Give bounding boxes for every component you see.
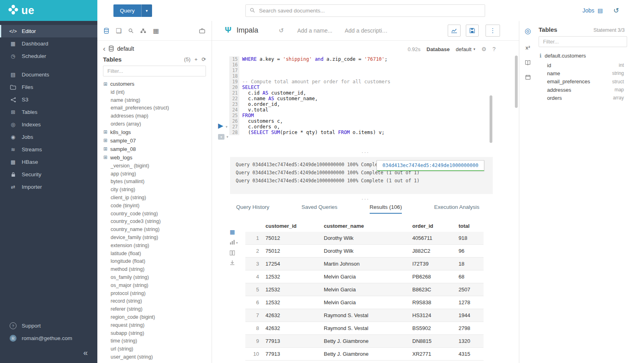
download-results-icon[interactable] [230,260,235,266]
new-query-label[interactable]: Query [113,4,141,17]
sidebar-item-user[interactable]: R romain@gethue.com [0,332,97,344]
add-table-icon[interactable]: + [195,56,198,62]
query-history-icon[interactable]: ↺ [279,27,284,34]
assist-column[interactable]: region_code (bigint) [97,313,212,321]
save-button[interactable] [466,25,479,37]
resize-handle-bottom[interactable] [212,197,519,201]
result-row[interactable]: 412532Melvin GarciaPB626868 [245,270,484,283]
assist-column[interactable]: request (string) [97,321,212,329]
refresh-tables-icon[interactable]: ⟳ [202,56,206,62]
briefcase-icon[interactable] [199,28,205,33]
column-header-customer-id[interactable]: customer_id [265,223,324,229]
assist-column[interactable]: email_preferences (struct) [97,104,212,112]
assist-column[interactable]: os_family (string) [97,273,212,281]
assist-column[interactable]: subapp (string) [97,329,212,337]
assist-column[interactable]: bytes (smallint) [97,178,212,186]
result-row[interactable]: 977913Betty J. GiambroneDN88151320 [245,335,484,348]
help-question-icon[interactable]: ? [492,46,496,52]
query-description-field[interactable]: Add a descriptio... [345,27,390,34]
sidebar-item-hbase[interactable]: ▩HBase [0,156,97,168]
column-header-total[interactable]: total [459,223,484,229]
query-id-tooltip[interactable]: 034d413ec7474ed5:4249de1000000000 [377,160,484,171]
assist-column[interactable]: country_name (string) [97,225,212,233]
grid-view-icon[interactable]: ▦ [230,229,235,235]
back-chevron-icon[interactable]: ‹ [103,45,105,52]
code-editor[interactable]: WHERE a.key = 'shipping' and a.zip_code … [242,56,390,135]
assist-table-customers[interactable]: ⊞customers [97,80,212,88]
query-dropdown-caret[interactable]: ▾ [141,4,152,17]
execute-options-caret[interactable]: ▾ [226,125,228,129]
right-column-id[interactable]: idint [547,61,624,69]
limit-button[interactable]: ▾ [218,134,224,140]
language-reference-icon[interactable] [525,60,531,65]
assist-table-sample-08[interactable]: ⊞sample_08 [97,145,212,153]
assist-column[interactable]: extension (string) [97,241,212,250]
result-row[interactable]: 742632Raymond S. VestalHS31241944 [245,309,484,322]
assist-column[interactable]: referer (string) [97,305,212,313]
collapse-sidebar-button[interactable]: « [0,344,97,359]
assist-column[interactable]: record (string) [97,297,212,305]
column-header-customer-name[interactable]: customer_name [324,223,412,229]
assist-column[interactable]: city (string) [97,186,212,194]
limit-caret[interactable]: ▾ [226,135,228,139]
hue-logo[interactable]: ue [0,0,97,21]
result-row[interactable]: 317254Martin JohnsonI72T3918 [245,258,484,270]
assist-column[interactable]: os_major (string) [97,281,212,289]
tab-query-history[interactable]: Query History [236,204,270,214]
assist-column[interactable]: method (string) [97,265,212,273]
more-actions-button[interactable]: ⋮ [486,25,500,37]
right-filter-input[interactable] [542,38,623,45]
query-name-field[interactable]: Add a name... [297,27,332,34]
assist-column[interactable]: addresses (map) [97,112,212,120]
chart-button[interactable] [448,25,461,37]
assist-column[interactable]: longitude (float) [97,258,212,266]
editor-scrollbar[interactable] [490,95,492,143]
assist-column[interactable]: client_ip (string) [97,194,212,202]
schedule-icon[interactable] [525,74,531,80]
column-header-order-id[interactable]: order_id [412,223,459,229]
columns-view-icon[interactable] [230,250,235,256]
sidebar-item-scheduler[interactable]: ◷Scheduler [0,50,97,62]
assist-table-web-logs[interactable]: ⊞web_logs [97,153,212,162]
assistant-icon[interactable]: ◎ [525,27,531,35]
sidebar-item-dashboard[interactable]: ▦Dashboard [0,37,97,50]
assist-column[interactable]: _version_ (bigint) [97,162,212,170]
sidebar-item-documents[interactable]: ▤Documents [0,68,97,81]
right-column-name[interactable]: namestring [547,69,624,77]
sidebar-item-support[interactable]: ? Support [0,320,97,332]
history-icon[interactable]: ↺ [613,6,619,15]
assist-column[interactable]: country_code3 (string) [97,218,212,226]
assist-column[interactable]: app (string) [97,170,212,178]
database-select[interactable]: default ▾ [456,46,475,52]
jobs-link[interactable]: Jobs ▤ [582,7,603,14]
sidebar-item-security[interactable]: Security [0,168,97,181]
sidebar-item-streams[interactable]: ≋Streams [0,143,97,156]
resize-handle-top[interactable] [212,151,519,155]
database-name[interactable]: default [117,45,134,52]
active-table-row[interactable]: ℹ default.customers [536,50,644,61]
sitemap-icon[interactable] [140,28,146,33]
assist-table-k8s-logs[interactable]: ⊞k8s_logs [97,128,212,136]
result-row[interactable]: 612532Melvin GarciaR9S8381278 [245,296,484,309]
assist-column[interactable]: country_code (string) [97,210,212,218]
assist-column[interactable]: time (string) [97,337,212,345]
assist-column[interactable]: name (string) [97,96,212,104]
tab-execution-analysis[interactable]: Execution Analysis [434,204,479,214]
search-input[interactable] [258,7,481,14]
assist-column[interactable]: code (tinyint) [97,202,212,210]
apps-grid-icon[interactable]: ▦ [153,27,159,35]
chart-view-icon[interactable]: ▾ [230,239,238,246]
settings-gear-icon[interactable]: ⚙ [481,46,487,52]
right-column-orders[interactable]: ordersarray [547,94,624,102]
sidebar-item-indexes[interactable]: ◎Indexes [0,118,97,131]
assist-column[interactable]: protocol (string) [97,289,212,297]
assist-search-icon[interactable] [128,28,134,33]
result-row[interactable]: 1077913Betty J. GiambroneXR27714315 [245,348,484,361]
assist-column[interactable]: id (int) [97,88,212,96]
assist-column[interactable]: latitude (float) [97,250,212,258]
assist-filter-input[interactable] [107,68,202,74]
execute-button[interactable]: ▶ [218,122,223,129]
assist-column[interactable]: user_agent (string) [97,353,212,361]
tab-results-106[interactable]: Results (106) [370,204,402,214]
right-column-addresses[interactable]: addressesmap [547,86,624,94]
